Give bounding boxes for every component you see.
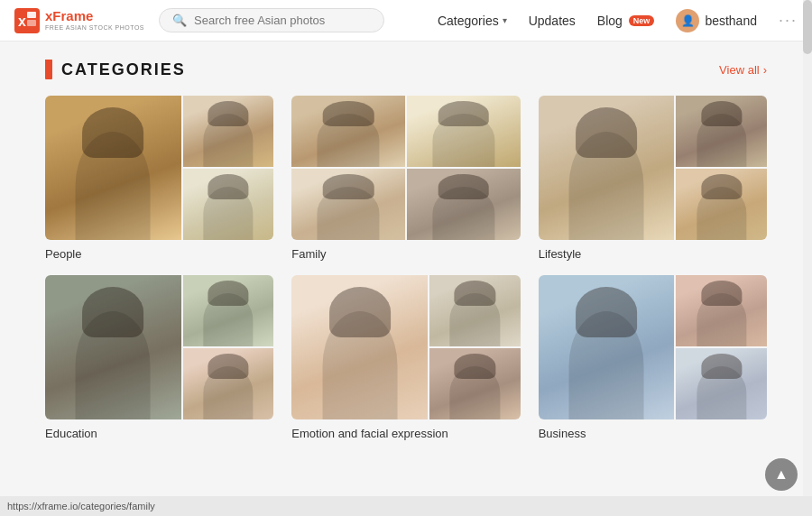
chevron-right-icon: › <box>763 63 767 77</box>
category-rows: People Family Lifestyle <box>45 96 767 440</box>
business-mosaic <box>539 275 767 419</box>
nav-categories[interactable]: Categories ▾ <box>438 14 507 28</box>
photo-cell <box>676 169 767 240</box>
education-mosaic <box>45 275 273 419</box>
svg-rect-3 <box>27 20 36 26</box>
username: besthand <box>705 14 757 28</box>
category-people[interactable]: People <box>45 96 273 261</box>
svg-text:x: x <box>18 14 26 29</box>
chevron-up-icon: ▲ <box>774 467 789 482</box>
photo-cell <box>676 275 767 346</box>
photo-cell <box>291 96 405 167</box>
category-row-1: People Family Lifestyle <box>45 96 767 261</box>
photo-cell <box>429 348 521 419</box>
photo-cell <box>45 96 181 240</box>
photo-cell <box>291 169 405 240</box>
emotion-mosaic <box>291 275 520 419</box>
photo-cell <box>429 275 521 346</box>
categories-title: CATEGORIES <box>61 60 186 79</box>
category-emotion[interactable]: Emotion and facial expression <box>291 275 520 440</box>
category-label: Lifestyle <box>539 247 767 261</box>
chevron-down-icon: ▾ <box>503 15 507 25</box>
category-label: Family <box>291 247 520 261</box>
logo-brand: xFrame <box>45 9 144 24</box>
category-label: Emotion and facial expression <box>291 427 520 440</box>
photo-cell <box>183 96 274 167</box>
category-family[interactable]: Family <box>291 96 520 261</box>
header: x xFrame FREE ASIAN Stock Photos 🔍 Categ… <box>0 0 812 41</box>
photo-cell <box>539 96 675 240</box>
category-education[interactable]: Education <box>45 275 273 440</box>
category-business[interactable]: Business <box>539 275 767 440</box>
logo-icon: x <box>14 8 40 33</box>
category-row-2: Education Emotion and facial expression <box>45 275 767 440</box>
category-lifestyle[interactable]: Lifestyle <box>539 96 767 261</box>
status-bar: https://xframe.io/categories/family <box>0 496 812 516</box>
photo-cell <box>676 96 767 167</box>
more-options-button[interactable]: ··· <box>779 11 798 30</box>
main-content: CATEGORIES View all › People <box>0 41 812 516</box>
scrollbar-thumb[interactable] <box>803 0 812 54</box>
nav-updates[interactable]: Updates <box>529 14 576 28</box>
photo-cell <box>291 275 428 419</box>
photo-cell <box>183 348 274 419</box>
photo-cell <box>183 275 274 346</box>
category-label: Business <box>539 427 767 440</box>
status-url: https://xframe.io/categories/family <box>7 501 155 511</box>
title-flag-icon <box>45 60 52 79</box>
blog-new-badge: New <box>629 15 655 26</box>
category-label: Education <box>45 427 273 440</box>
photo-cell <box>676 348 767 419</box>
view-all-button[interactable]: View all › <box>719 63 767 77</box>
photo-cell <box>407 96 521 167</box>
people-mosaic <box>45 96 273 240</box>
avatar: 👤 <box>676 9 699 32</box>
category-label: People <box>45 247 273 261</box>
categories-header: CATEGORIES View all › <box>45 60 767 79</box>
logo[interactable]: x xFrame FREE ASIAN Stock Photos <box>14 8 144 33</box>
lifestyle-mosaic <box>539 96 767 240</box>
photo-cell <box>407 169 521 240</box>
logo-sub: FREE ASIAN Stock Photos <box>45 24 144 32</box>
svg-rect-2 <box>27 12 36 18</box>
logo-text: xFrame FREE ASIAN Stock Photos <box>45 9 144 31</box>
photo-cell <box>539 275 675 419</box>
scroll-to-top-button[interactable]: ▲ <box>765 458 798 491</box>
scrollbar[interactable] <box>803 0 812 516</box>
photo-cell <box>183 169 274 240</box>
user-menu[interactable]: 👤 besthand <box>676 9 757 32</box>
nav-right: Categories ▾ Updates Blog New 👤 besthand… <box>438 9 798 32</box>
family-mosaic <box>291 96 520 240</box>
search-bar[interactable]: 🔍 <box>159 8 384 32</box>
photo-cell <box>45 275 181 419</box>
search-icon: 🔍 <box>172 14 187 27</box>
nav-blog[interactable]: Blog New <box>597 14 655 28</box>
categories-title-area: CATEGORIES <box>45 60 186 79</box>
search-input[interactable] <box>194 14 371 27</box>
